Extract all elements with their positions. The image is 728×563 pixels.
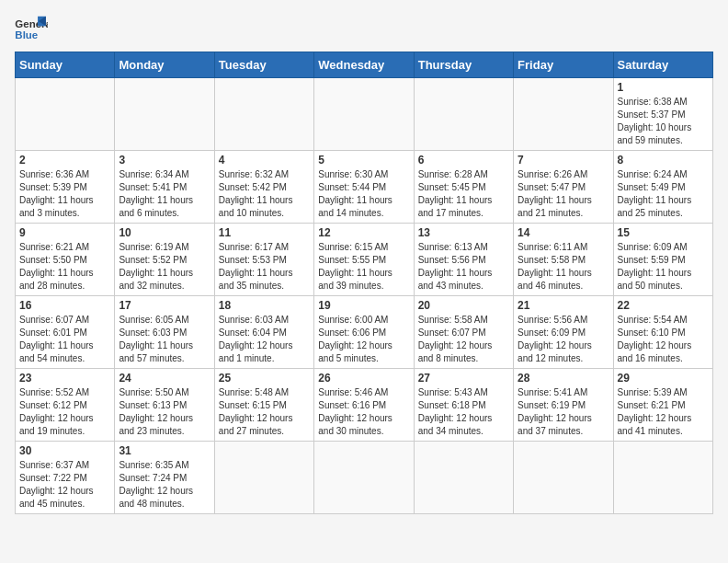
day-number: 23	[19, 372, 110, 385]
calendar-week-3: 16Sunrise: 6:07 AM Sunset: 6:01 PM Dayli…	[16, 296, 713, 369]
day-info: Sunrise: 6:32 AM Sunset: 5:42 PM Dayligh…	[219, 168, 310, 220]
day-number: 28	[518, 372, 609, 385]
calendar-cell: 28Sunrise: 5:41 AM Sunset: 6:19 PM Dayli…	[514, 369, 613, 442]
calendar-cell: 21Sunrise: 5:56 AM Sunset: 6:09 PM Dayli…	[514, 296, 613, 369]
day-info: Sunrise: 5:54 AM Sunset: 6:10 PM Dayligh…	[618, 314, 709, 365]
day-number: 18	[219, 299, 310, 312]
weekday-header-monday: Monday	[115, 52, 214, 78]
calendar-cell: 8Sunrise: 6:24 AM Sunset: 5:49 PM Daylig…	[613, 151, 712, 224]
calendar-week-5: 30Sunrise: 6:37 AM Sunset: 7:22 PM Dayli…	[16, 442, 713, 514]
calendar-cell	[214, 442, 313, 514]
day-info: Sunrise: 6:36 AM Sunset: 5:39 PM Dayligh…	[19, 168, 110, 220]
day-number: 30	[19, 444, 110, 457]
calendar-cell	[613, 442, 712, 514]
calendar-cell: 9Sunrise: 6:21 AM Sunset: 5:50 PM Daylig…	[16, 224, 115, 296]
calendar-cell: 20Sunrise: 5:58 AM Sunset: 6:07 PM Dayli…	[414, 296, 513, 369]
day-number: 24	[119, 372, 210, 385]
day-info: Sunrise: 5:56 AM Sunset: 6:09 PM Dayligh…	[518, 314, 609, 365]
day-info: Sunrise: 6:09 AM Sunset: 5:59 PM Dayligh…	[618, 241, 709, 293]
day-number: 20	[418, 299, 509, 312]
day-number: 7	[518, 154, 609, 167]
calendar-week-0: 1Sunrise: 6:38 AM Sunset: 5:37 PM Daylig…	[16, 78, 713, 151]
day-info: Sunrise: 6:30 AM Sunset: 5:44 PM Dayligh…	[318, 168, 409, 220]
calendar-week-2: 9Sunrise: 6:21 AM Sunset: 5:50 PM Daylig…	[16, 224, 713, 296]
calendar-cell: 11Sunrise: 6:17 AM Sunset: 5:53 PM Dayli…	[214, 224, 313, 296]
calendar-cell: 10Sunrise: 6:19 AM Sunset: 5:52 PM Dayli…	[115, 224, 214, 296]
calendar-cell	[314, 78, 414, 151]
calendar-week-4: 23Sunrise: 5:52 AM Sunset: 6:12 PM Dayli…	[16, 369, 713, 442]
day-number: 29	[618, 372, 709, 385]
day-info: Sunrise: 6:13 AM Sunset: 5:56 PM Dayligh…	[418, 241, 509, 293]
day-number: 10	[119, 226, 210, 239]
calendar-cell: 2Sunrise: 6:36 AM Sunset: 5:39 PM Daylig…	[16, 151, 115, 224]
day-info: Sunrise: 6:38 AM Sunset: 5:37 PM Dayligh…	[618, 96, 709, 147]
day-number: 21	[518, 299, 609, 312]
calendar-cell	[414, 78, 513, 151]
day-number: 9	[19, 226, 110, 239]
calendar-cell: 18Sunrise: 6:03 AM Sunset: 6:04 PM Dayli…	[214, 296, 313, 369]
logo: General Blue	[15, 15, 48, 42]
calendar-cell	[314, 442, 414, 514]
calendar-cell: 4Sunrise: 6:32 AM Sunset: 5:42 PM Daylig…	[214, 151, 313, 224]
day-info: Sunrise: 6:00 AM Sunset: 6:06 PM Dayligh…	[318, 314, 409, 365]
calendar-cell	[414, 442, 513, 514]
calendar-header: SundayMondayTuesdayWednesdayThursdayFrid…	[16, 52, 713, 78]
calendar-cell: 29Sunrise: 5:39 AM Sunset: 6:21 PM Dayli…	[613, 369, 712, 442]
day-number: 26	[318, 372, 409, 385]
day-info: Sunrise: 6:11 AM Sunset: 5:58 PM Dayligh…	[518, 241, 609, 293]
day-number: 1	[618, 81, 709, 94]
day-info: Sunrise: 6:15 AM Sunset: 5:55 PM Dayligh…	[318, 241, 409, 293]
day-info: Sunrise: 6:34 AM Sunset: 5:41 PM Dayligh…	[119, 168, 210, 220]
day-info: Sunrise: 6:05 AM Sunset: 6:03 PM Dayligh…	[119, 314, 210, 365]
day-number: 19	[318, 299, 409, 312]
calendar-week-1: 2Sunrise: 6:36 AM Sunset: 5:39 PM Daylig…	[16, 151, 713, 224]
calendar-cell: 17Sunrise: 6:05 AM Sunset: 6:03 PM Dayli…	[115, 296, 214, 369]
logo-icon: General Blue	[15, 15, 48, 42]
day-number: 5	[318, 154, 409, 167]
day-info: Sunrise: 5:46 AM Sunset: 6:16 PM Dayligh…	[318, 386, 409, 438]
day-info: Sunrise: 5:50 AM Sunset: 6:13 PM Dayligh…	[119, 386, 210, 438]
calendar-cell	[514, 442, 613, 514]
day-info: Sunrise: 5:39 AM Sunset: 6:21 PM Dayligh…	[618, 386, 709, 438]
day-number: 12	[318, 226, 409, 239]
calendar-cell: 16Sunrise: 6:07 AM Sunset: 6:01 PM Dayli…	[16, 296, 115, 369]
day-number: 3	[119, 154, 210, 167]
calendar-cell: 7Sunrise: 6:26 AM Sunset: 5:47 PM Daylig…	[514, 151, 613, 224]
day-number: 27	[418, 372, 509, 385]
day-number: 11	[219, 226, 310, 239]
calendar-table: SundayMondayTuesdayWednesdayThursdayFrid…	[15, 52, 713, 514]
svg-text:Blue: Blue	[15, 29, 38, 40]
day-number: 25	[219, 372, 310, 385]
day-number: 6	[418, 154, 509, 167]
day-info: Sunrise: 5:41 AM Sunset: 6:19 PM Dayligh…	[518, 386, 609, 438]
day-info: Sunrise: 6:21 AM Sunset: 5:50 PM Dayligh…	[19, 241, 110, 293]
calendar-cell: 24Sunrise: 5:50 AM Sunset: 6:13 PM Dayli…	[115, 369, 214, 442]
weekday-header-friday: Friday	[514, 52, 613, 78]
calendar-cell: 5Sunrise: 6:30 AM Sunset: 5:44 PM Daylig…	[314, 151, 414, 224]
calendar-cell: 23Sunrise: 5:52 AM Sunset: 6:12 PM Dayli…	[16, 369, 115, 442]
calendar-cell: 27Sunrise: 5:43 AM Sunset: 6:18 PM Dayli…	[414, 369, 513, 442]
calendar-body: 1Sunrise: 6:38 AM Sunset: 5:37 PM Daylig…	[16, 78, 713, 514]
calendar-cell: 3Sunrise: 6:34 AM Sunset: 5:41 PM Daylig…	[115, 151, 214, 224]
calendar-cell: 26Sunrise: 5:46 AM Sunset: 6:16 PM Dayli…	[314, 369, 414, 442]
weekday-header-tuesday: Tuesday	[214, 52, 313, 78]
day-info: Sunrise: 6:03 AM Sunset: 6:04 PM Dayligh…	[219, 314, 310, 365]
calendar-cell: 30Sunrise: 6:37 AM Sunset: 7:22 PM Dayli…	[16, 442, 115, 514]
weekday-header-row: SundayMondayTuesdayWednesdayThursdayFrid…	[16, 52, 713, 78]
day-info: Sunrise: 6:17 AM Sunset: 5:53 PM Dayligh…	[219, 241, 310, 293]
day-info: Sunrise: 5:52 AM Sunset: 6:12 PM Dayligh…	[19, 386, 110, 438]
calendar-cell: 14Sunrise: 6:11 AM Sunset: 5:58 PM Dayli…	[514, 224, 613, 296]
calendar-cell: 15Sunrise: 6:09 AM Sunset: 5:59 PM Dayli…	[613, 224, 712, 296]
calendar-cell: 25Sunrise: 5:48 AM Sunset: 6:15 PM Dayli…	[214, 369, 313, 442]
day-info: Sunrise: 6:26 AM Sunset: 5:47 PM Dayligh…	[518, 168, 609, 220]
calendar-cell: 22Sunrise: 5:54 AM Sunset: 6:10 PM Dayli…	[613, 296, 712, 369]
calendar-cell: 31Sunrise: 6:35 AM Sunset: 7:24 PM Dayli…	[115, 442, 214, 514]
day-info: Sunrise: 6:28 AM Sunset: 5:45 PM Dayligh…	[418, 168, 509, 220]
day-info: Sunrise: 5:43 AM Sunset: 6:18 PM Dayligh…	[418, 386, 509, 438]
day-info: Sunrise: 5:58 AM Sunset: 6:07 PM Dayligh…	[418, 314, 509, 365]
calendar-cell	[214, 78, 313, 151]
day-number: 15	[618, 226, 709, 239]
calendar-cell: 12Sunrise: 6:15 AM Sunset: 5:55 PM Dayli…	[314, 224, 414, 296]
day-number: 22	[618, 299, 709, 312]
day-number: 17	[119, 299, 210, 312]
